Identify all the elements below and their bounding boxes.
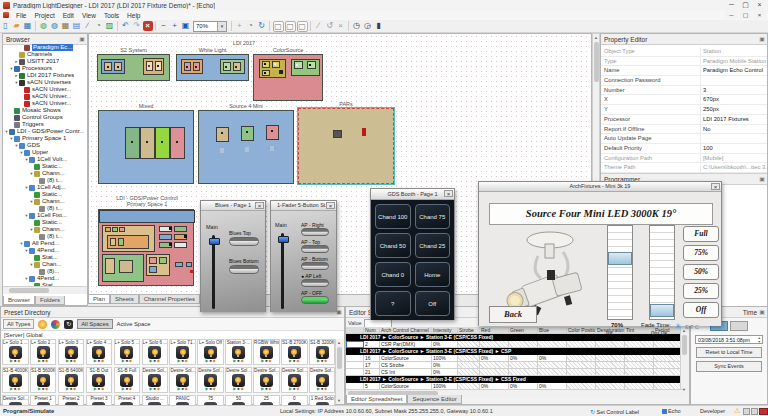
level-button-50-[interactable]: 50%	[683, 264, 719, 280]
fixture-box[interactable]	[105, 227, 111, 232]
fade-time-slider-handle[interactable]	[650, 304, 674, 317]
fixture-box[interactable]	[157, 65, 159, 67]
tree-item[interactable]: ▾1Cell Adj...	[3, 184, 87, 191]
fixture-box[interactable]	[221, 132, 223, 134]
new-icon[interactable]: ▯	[1, 21, 11, 31]
fixture-box[interactable]	[333, 130, 342, 138]
fixture-box[interactable]	[264, 72, 266, 74]
play-icon[interactable]: ▶	[38, 359, 41, 363]
lock-icon[interactable]: ▮	[374, 21, 384, 31]
status-tool-2-icon[interactable]	[751, 408, 759, 415]
sheet-cell[interactable]: 0%	[538, 355, 567, 362]
play-icon[interactable]: ▶	[233, 359, 236, 363]
pin-icon[interactable]: ▣	[336, 308, 342, 315]
presets-filter-icon[interactable]	[38, 320, 47, 329]
property-value[interactable]: 250px	[701, 105, 767, 114]
fixture-box[interactable]	[235, 66, 237, 68]
fixture-box[interactable]	[131, 141, 133, 143]
fixture-box[interactable]	[174, 242, 187, 248]
fixture-box[interactable]	[169, 227, 172, 230]
fixture-box[interactable]	[159, 257, 167, 264]
tree-item[interactable]: ▾1Cell Fixt...	[3, 212, 87, 219]
edit-icon[interactable]: ◆	[45, 387, 48, 391]
fixture-box[interactable]	[241, 126, 254, 141]
tree-item[interactable]: ▾4Pend...	[3, 275, 87, 282]
preset-tile[interactable]: Desire Sol...▶ ■ ◆	[169, 367, 196, 393]
stop-icon[interactable]: ■	[98, 387, 100, 391]
image-icon[interactable]: ▨	[105, 21, 115, 31]
tab-sheets[interactable]: Sheets	[110, 295, 139, 304]
property-value[interactable]	[701, 134, 767, 143]
fixture-box[interactable]	[246, 131, 248, 133]
edit-icon[interactable]: ◆	[129, 387, 132, 391]
tab-sequence-editor[interactable]: Sequence Editor	[407, 395, 461, 404]
fixture-box[interactable]	[195, 66, 197, 68]
gds-button-chand-0[interactable]: Chand 0	[375, 262, 411, 287]
fixture-box[interactable]	[216, 127, 229, 142]
fixture-box[interactable]	[296, 64, 298, 66]
fixture-box[interactable]	[148, 65, 150, 67]
sheet-cell[interactable]: 0%	[480, 355, 509, 362]
fixture-box[interactable]	[112, 227, 118, 232]
station-button-ap-off[interactable]	[301, 296, 329, 304]
menu-help[interactable]: Help	[123, 11, 144, 19]
play-icon[interactable]: ▶	[233, 387, 236, 391]
record-status-icon[interactable]	[759, 408, 768, 415]
blues-window-titlebar[interactable]: Blues - Page 1 ×	[201, 201, 265, 211]
preset-tile[interactable]: L+ Solo 3 ...▶ ■ ◆	[58, 339, 85, 365]
close-icon[interactable]: ×	[444, 190, 453, 197]
tree-item[interactable]: Static...	[3, 219, 87, 226]
edit-icon[interactable]: ◆	[73, 387, 76, 391]
add-station-icon[interactable]: +	[235, 21, 245, 31]
property-value[interactable]	[701, 76, 767, 85]
level-button-off[interactable]: Off	[683, 302, 719, 318]
pin-icon[interactable]: ▣	[759, 175, 765, 182]
active-space-label[interactable]: Active Space	[117, 321, 151, 327]
rotate-tool-icon[interactable]: ↺	[325, 21, 335, 31]
sheet-cell[interactable]	[458, 369, 480, 376]
edit-icon[interactable]: ◆	[324, 387, 327, 391]
gds-button-off[interactable]: Off	[415, 291, 451, 316]
fixture-box[interactable]	[270, 146, 274, 151]
close-icon[interactable]: ×	[711, 183, 720, 190]
fixture-box[interactable]	[146, 141, 148, 143]
property-value[interactable]: Station	[701, 47, 767, 56]
gds-button-chand-75[interactable]: Chand 75	[415, 204, 451, 229]
sheet-cell[interactable]	[509, 369, 538, 376]
stop-icon[interactable]: ■	[181, 387, 183, 391]
tree-item[interactable]: Paradigm Ec...	[3, 44, 87, 51]
tree-item[interactable]: Control Groups	[3, 114, 87, 121]
room-white-light[interactable]	[176, 54, 249, 81]
line-tool-icon[interactable]: ∕	[314, 21, 324, 31]
sheet-cell[interactable]: 0%	[432, 362, 458, 369]
column-header[interactable]: Red	[480, 327, 509, 334]
station-button-ap-bottom[interactable]	[301, 262, 329, 270]
tree-item[interactable]: ▾GDS	[3, 142, 87, 149]
all-types-button[interactable]: All Types	[3, 319, 34, 329]
play-icon[interactable]: ▶	[289, 359, 292, 363]
tree-item[interactable]: ▾Chann...	[3, 226, 87, 233]
preset-tile[interactable]: Desire Sol...▶ ■ ◆	[197, 367, 224, 393]
close-button[interactable]: ×	[753, 1, 766, 10]
edit-icon[interactable]: ◆	[17, 387, 20, 391]
tree-item[interactable]: (8)...	[3, 268, 87, 275]
maximize-button[interactable]: ▢	[739, 1, 752, 10]
level-button-75-[interactable]: 75%	[683, 245, 719, 261]
edit-icon[interactable]: ◆	[17, 359, 20, 363]
mdi-close-button[interactable]: ×	[753, 11, 766, 19]
preset-vscrollbar[interactable]: ▲ ▼	[335, 339, 343, 404]
preset-tile[interactable]: 50▶ ■ ◆	[225, 395, 252, 405]
edit-icon[interactable]: ◆	[101, 359, 104, 363]
sheet-cell[interactable]: 16	[364, 355, 380, 362]
room-colorsource[interactable]	[253, 54, 323, 101]
edit-icon[interactable]: ◆	[157, 359, 160, 363]
fade-time-slider[interactable]	[649, 225, 675, 320]
preset-tile[interactable]: Desire Sol...▶ ■ ◆	[309, 367, 336, 393]
tree-item[interactable]: ▾4Pend...	[3, 247, 87, 254]
stop-icon[interactable]: ■	[265, 359, 267, 363]
sheet-cell[interactable]	[596, 355, 625, 362]
stop-icon[interactable]: ■	[154, 387, 156, 391]
browser-hscrollbar[interactable]	[3, 286, 87, 294]
edit-icon[interactable]: ◆	[213, 387, 216, 391]
sheet-cell[interactable]	[480, 362, 509, 369]
